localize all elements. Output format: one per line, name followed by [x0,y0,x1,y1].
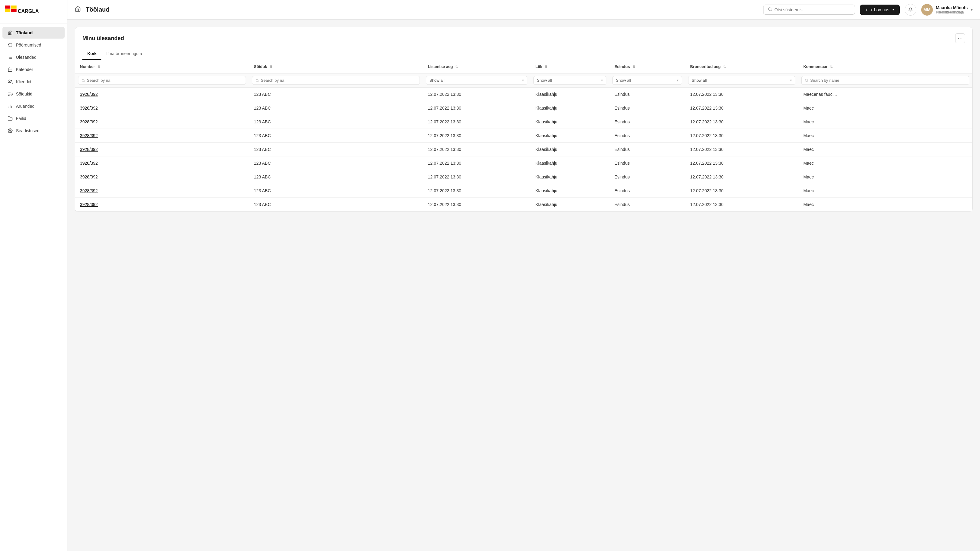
header-home-icon[interactable] [75,6,81,13]
soiduk-search-input[interactable] [261,78,417,83]
bar-chart-icon [7,103,13,109]
sidebar-item-aruanded[interactable]: Aruanded [2,100,65,112]
cell-lisamise-aeg: 12.07.2022 13:30 [423,115,530,129]
cell-kommentaar: Maec [799,170,972,184]
sort-icon: ⇅ [97,65,100,68]
filter-kommentaar [799,73,972,87]
number-link[interactable]: 3928/392 [80,161,98,166]
sidebar-item-label: Kliendid [16,79,31,84]
svg-line-31 [807,81,808,82]
table-row: 3928/392 123 ABC 12.07.2022 13:30 Klaasi… [75,129,972,143]
sidebar-item-label: Seadistused [16,128,40,133]
cell-liik: Klaasikahju [530,143,609,156]
cell-broneeritud-aeg: 12.07.2022 13:30 [685,101,798,115]
number-link[interactable]: 3928/392 [80,119,98,124]
lisamise-aeg-filter-select[interactable]: Show all ▾ [426,76,527,85]
folder-icon [7,116,13,121]
card-title: Minu ülesanded [83,35,124,41]
col-kommentaar[interactable]: Kommentaar ⇅ [799,60,972,73]
svg-marker-17 [11,93,13,95]
tab-ilma[interactable]: Ilma broneeringuta [101,48,147,60]
cell-soiduk: 123 ABC [249,129,423,143]
sidebar-item-poordumised[interactable]: Pöördumised [2,39,65,51]
number-link[interactable]: 3928/392 [80,92,98,97]
number-search-input[interactable] [87,78,243,83]
cell-liik: Klaasikahju [530,198,609,211]
table-row: 3928/392 123 ABC 12.07.2022 13:30 Klaasi… [75,198,972,211]
chevron-down-icon: ▾ [790,78,792,83]
number-link[interactable]: 3928/392 [80,188,98,193]
kommentaar-search-input[interactable] [810,78,966,83]
tasks-table: Number ⇅ Sõiduk ⇅ Lisamise aeg ⇅ [75,60,972,211]
sidebar-item-seadistused[interactable]: Seadistused [2,125,65,137]
cell-kommentaar: Maec [799,115,972,129]
number-link[interactable]: 3928/392 [80,133,98,138]
filter-number [75,73,249,87]
col-esindus[interactable]: Esindus ⇅ [609,60,685,73]
sidebar-item-failid[interactable]: Failid [2,113,65,124]
cell-soiduk: 123 ABC [249,101,423,115]
cell-lisamise-aeg: 12.07.2022 13:30 [423,87,530,101]
svg-line-27 [84,81,84,82]
svg-rect-3 [11,9,16,12]
esindus-filter-select[interactable]: Show all ▾ [612,76,682,85]
kommentaar-filter-input[interactable] [802,76,969,85]
svg-rect-2 [11,5,16,9]
col-liik[interactable]: Liik ⇅ [530,60,609,73]
sidebar-item-kliendid[interactable]: Kliendid [2,76,65,87]
sidebar-item-label: Töölaud [16,30,32,35]
svg-rect-16 [8,92,11,95]
notifications-button[interactable] [905,4,916,16]
filter-soiduk [249,73,423,87]
broneeritud-aeg-filter-select[interactable]: Show all ▾ [688,76,795,85]
logo: CARGLASS [0,0,67,24]
cell-broneeritud-aeg: 12.07.2022 13:30 [685,156,798,170]
cell-broneeritud-aeg: 12.07.2022 13:30 [685,87,798,101]
col-broneeritud-aeg[interactable]: Broneeritud aeg ⇅ [685,60,798,73]
global-search-input[interactable] [775,7,850,12]
sidebar-item-soidukid[interactable]: Sõidukid [2,88,65,100]
number-link[interactable]: 3928/392 [80,106,98,111]
col-lisamise-aeg[interactable]: Lisamise aeg ⇅ [423,60,530,73]
sidebar-item-ulesanded[interactable]: Ülesanded [2,51,65,63]
number-link[interactable]: 3928/392 [80,175,98,179]
main-area: Töölaud + + Loo uus ▾ MM Maarika Mäeots … [67,0,980,551]
sidebar-nav: Töölaud Pöördumised Ülesanded Kalender K [0,24,67,551]
sidebar-item-kalender[interactable]: Kalender [2,64,65,75]
cell-soiduk: 123 ABC [249,87,423,101]
table-row: 3928/392 123 ABC 12.07.2022 13:30 Klaasi… [75,156,972,170]
col-soiduk[interactable]: Sõiduk ⇅ [249,60,423,73]
cell-liik: Klaasikahju [530,170,609,184]
user-role: Klienditeenindaja [936,10,968,14]
number-filter-input[interactable] [78,76,246,85]
sidebar-item-toolaud[interactable]: Töölaud [2,27,65,38]
home-icon [7,30,13,35]
filter-row: Show all ▾ Show all ▾ [75,73,972,87]
cell-kommentaar: Maec [799,156,972,170]
content-area: Minu ülesanded ⋯ Kõik Ilma broneeringuta… [67,20,980,551]
number-link[interactable]: 3928/392 [80,202,98,207]
sidebar-item-label: Pöördumised [16,43,41,48]
calendar-icon [7,67,13,72]
global-search[interactable] [763,5,855,15]
soiduk-filter-input[interactable] [252,76,420,85]
cell-kommentaar: Maec [799,143,972,156]
filter-broneeritud-aeg: Show all ▾ [685,73,798,87]
liik-filter-select[interactable]: Show all ▾ [533,76,606,85]
sort-icon: ⇅ [723,65,726,68]
cell-lisamise-aeg: 12.07.2022 13:30 [423,170,530,184]
create-new-label: + Loo uus [870,7,889,12]
number-link[interactable]: 3928/392 [80,147,98,152]
sidebar-item-label: Ülesanded [16,55,37,60]
user-name: Maarika Mäeots [936,5,968,10]
cell-broneeritud-aeg: 12.07.2022 13:30 [685,115,798,129]
user-menu[interactable]: MM Maarika Mäeots Klienditeenindaja ▾ [921,4,973,16]
cell-soiduk: 123 ABC [249,115,423,129]
card-more-button[interactable]: ⋯ [955,33,965,43]
tab-koik[interactable]: Kõik [83,48,101,60]
cell-liik: Klaasikahju [530,156,609,170]
cell-liik: Klaasikahju [530,87,609,101]
create-new-button[interactable]: + + Loo uus ▾ [860,5,900,15]
cell-esindus: Esindus [609,143,685,156]
col-number[interactable]: Number ⇅ [75,60,249,73]
